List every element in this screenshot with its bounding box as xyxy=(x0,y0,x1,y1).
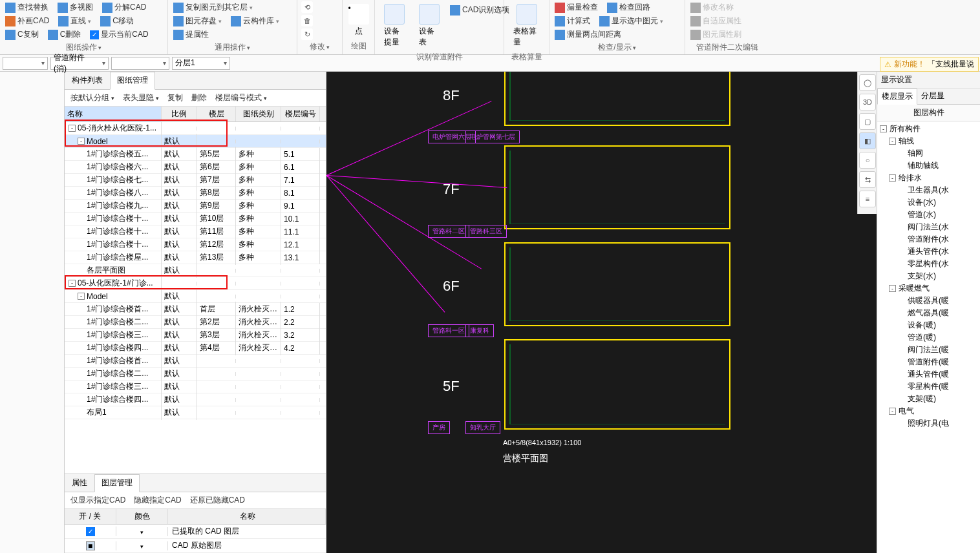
header-toggle[interactable]: 表头显隐 ▾ xyxy=(121,92,159,103)
drawing-row[interactable]: 1#门诊综合楼首...默认 xyxy=(65,355,326,368)
tree-node[interactable]: 零星构件(暖 xyxy=(879,381,979,393)
drawing-row[interactable]: 1#门诊综合楼三...默认第3层消火栓灭火...3.2 xyxy=(65,329,326,342)
tree-node[interactable]: 管道附件(暖 xyxy=(879,356,979,368)
tree-node[interactable]: 设备(暖) xyxy=(879,319,979,331)
tree-toggle-icon[interactable]: - xyxy=(889,408,896,415)
tab-component-list[interactable]: 构件列表 xyxy=(65,72,110,89)
drawing-row[interactable]: 1#门诊综合楼九...默认第9层多种9.1 xyxy=(65,200,326,213)
tree-node[interactable]: 管道(水) xyxy=(879,209,979,221)
tree-node[interactable]: -轴线 xyxy=(879,135,979,147)
drawing-row[interactable]: 1#门诊综合楼四...默认第4层消火栓灭火...4.2 xyxy=(65,342,326,355)
delete[interactable]: 删除 xyxy=(189,92,207,103)
tree-node[interactable]: 轴网 xyxy=(879,147,979,160)
tree-node[interactable]: 阀门法兰(暖 xyxy=(879,344,979,356)
tree-node[interactable]: 管道(暖) xyxy=(879,331,979,344)
cloud-lib[interactable]: 云构件库▾ xyxy=(229,15,281,27)
drawing-row[interactable]: 1#门诊综合楼十...默认第12层多种12.1 xyxy=(65,238,326,251)
vbtn-cube-icon[interactable]: ◧ xyxy=(859,132,876,149)
tree-node[interactable]: 通头管件(暖 xyxy=(879,368,979,381)
col-type[interactable]: 图纸类别 xyxy=(236,107,281,121)
c-delete[interactable]: C删除 xyxy=(47,28,83,41)
vbtn-3d-icon[interactable]: 3D xyxy=(859,94,876,110)
line[interactable]: 直线▾ xyxy=(57,15,92,27)
combo-1[interactable] xyxy=(3,57,48,70)
modify-icon-2[interactable]: 🗑 xyxy=(301,15,313,26)
combo-pipe-accessory[interactable]: 管道附件(消) xyxy=(50,57,109,70)
tree-toggle-icon[interactable]: - xyxy=(880,125,887,132)
tree-toggle-icon[interactable]: - xyxy=(78,293,85,300)
drawing-row[interactable]: 各层平面图默认 xyxy=(65,264,326,277)
tree-toggle-icon[interactable]: - xyxy=(889,138,896,145)
copy-to-layer[interactable]: 复制图元到其它层▾ xyxy=(172,1,254,14)
drawing-row[interactable]: -05-消火栓从化医院-1... xyxy=(65,122,326,135)
leak-check[interactable]: 漏量检查 xyxy=(553,1,599,14)
tree-node[interactable]: 支架(水) xyxy=(879,270,979,282)
layer-row[interactable]: ■▾CAD 原始图层 xyxy=(65,539,326,553)
col-name[interactable]: 名称 xyxy=(65,107,162,121)
tree-node[interactable]: 照明灯具(电 xyxy=(879,417,979,430)
drawing-row[interactable]: 1#门诊综合楼三...默认 xyxy=(65,381,326,393)
hide-cad[interactable]: 隐藏指定CAD xyxy=(132,495,181,506)
vbtn-orbit-icon[interactable]: ◯ xyxy=(859,74,876,91)
tree-node[interactable]: 管道附件(水 xyxy=(879,233,979,245)
tree-node[interactable]: 燃气器具(暖 xyxy=(879,307,979,319)
tree-node[interactable]: -所有构件 xyxy=(879,123,979,135)
copy[interactable]: 复制 xyxy=(165,92,183,103)
col-layername[interactable]: 名称 xyxy=(168,509,326,524)
multi-view[interactable]: 多视图 xyxy=(56,1,94,14)
find-replace[interactable]: 查找替换 xyxy=(4,1,50,14)
point-button[interactable]: •点 xyxy=(346,1,370,39)
measure-dist[interactable]: 测量两点间距离 xyxy=(553,28,623,41)
drawing-row[interactable]: 1#门诊综合楼七...默认第7层多种7.1 xyxy=(65,174,326,187)
restore-cad[interactable]: 还原已隐藏CAD xyxy=(188,495,245,506)
tab-properties[interactable]: 属性 xyxy=(65,474,94,492)
tree-node[interactable]: 零星构件(水 xyxy=(879,258,979,270)
tree-toggle-icon[interactable]: - xyxy=(69,125,76,132)
tree-toggle-icon[interactable]: - xyxy=(78,138,85,145)
cad-canvas[interactable]: 8F电炉管网六层电炉管网第七层7F管路科二区管路科三区6F管路科一区康复科5F产… xyxy=(326,72,877,553)
drawing-row[interactable]: 布局1默认 xyxy=(65,406,326,419)
vbtn-box-icon[interactable]: ▢ xyxy=(859,113,876,130)
vbtn-circle-icon[interactable]: ○ xyxy=(859,152,876,169)
combo-layer[interactable]: 分层1 xyxy=(172,57,230,70)
cad-recog-options[interactable]: CAD识别选项 xyxy=(449,4,511,16)
calc-expr[interactable]: 计算式 xyxy=(553,15,591,27)
c-move[interactable]: C移动 xyxy=(99,15,135,27)
tree-toggle-icon[interactable]: - xyxy=(889,285,896,292)
tree-node[interactable]: 支架(暖) xyxy=(879,393,979,405)
drawing-row[interactable]: 1#门诊综合楼屋...默认第13层多种13.1 xyxy=(65,251,326,264)
c-copy[interactable]: C复制 xyxy=(4,28,40,41)
col-onoff[interactable]: 开 / 关 xyxy=(65,509,116,524)
tree-node[interactable]: 卫生器具(水 xyxy=(879,184,979,196)
drawing-row[interactable]: 1#门诊综合楼六...默认第6层多种6.1 xyxy=(65,161,326,174)
explode-cad[interactable]: 分解CAD xyxy=(101,1,147,14)
check-loop[interactable]: 检查回路 xyxy=(606,1,652,14)
tab-drawing-mgmt[interactable]: 图纸管理 xyxy=(110,72,155,90)
drawing-row[interactable]: 1#门诊综合楼二...默认第2层消火栓灭火...2.2 xyxy=(65,316,326,329)
drawing-row[interactable]: 1#门诊综合楼五...默认第5层多种5.1 xyxy=(65,148,326,161)
col-floor[interactable]: 楼层 xyxy=(197,107,236,121)
col-color[interactable]: 颜色 xyxy=(116,509,168,524)
device-qty-button[interactable]: 设备提量 xyxy=(379,1,410,50)
drawing-row[interactable]: 1#门诊综合楼四...默认 xyxy=(65,393,326,406)
layer-checkbox[interactable]: ✓ xyxy=(86,527,95,536)
vbtn-arrow-icon[interactable]: ⇆ xyxy=(859,171,876,188)
layer-row[interactable]: ✓▾已提取的 CAD 图层 xyxy=(65,525,326,539)
modify-icon-3[interactable]: ↻ xyxy=(301,28,313,40)
new-feature-banner[interactable]: ⚠ 新功能！ 「支线批量说 xyxy=(880,57,979,72)
drawing-row[interactable]: 1#门诊综合楼二...默认 xyxy=(65,368,326,381)
draw-cad[interactable]: 补画CAD xyxy=(4,15,50,27)
tab-layer-mgmt[interactable]: 图层管理 xyxy=(94,474,140,492)
col-scale[interactable]: 比例 xyxy=(162,107,197,121)
tree-toggle-icon[interactable]: - xyxy=(69,280,76,287)
drawing-row[interactable]: -Model默认 xyxy=(65,135,326,148)
drawing-row[interactable]: 1#门诊综合楼首...默认首层消火栓灭火...1.2 xyxy=(65,303,326,316)
modify-icon-1[interactable]: ⟲ xyxy=(301,1,313,13)
tree-toggle-icon[interactable]: - xyxy=(889,174,896,182)
drawing-row[interactable]: -Model默认 xyxy=(65,290,326,303)
tree-node[interactable]: 设备(水) xyxy=(879,196,979,209)
combo-3[interactable] xyxy=(111,57,169,70)
tree-node[interactable]: -电气 xyxy=(879,405,979,417)
col-floornum[interactable]: 楼层编号 xyxy=(281,107,320,121)
drawing-row[interactable]: 1#门诊综合楼十...默认第10层多种10.1 xyxy=(65,213,326,225)
